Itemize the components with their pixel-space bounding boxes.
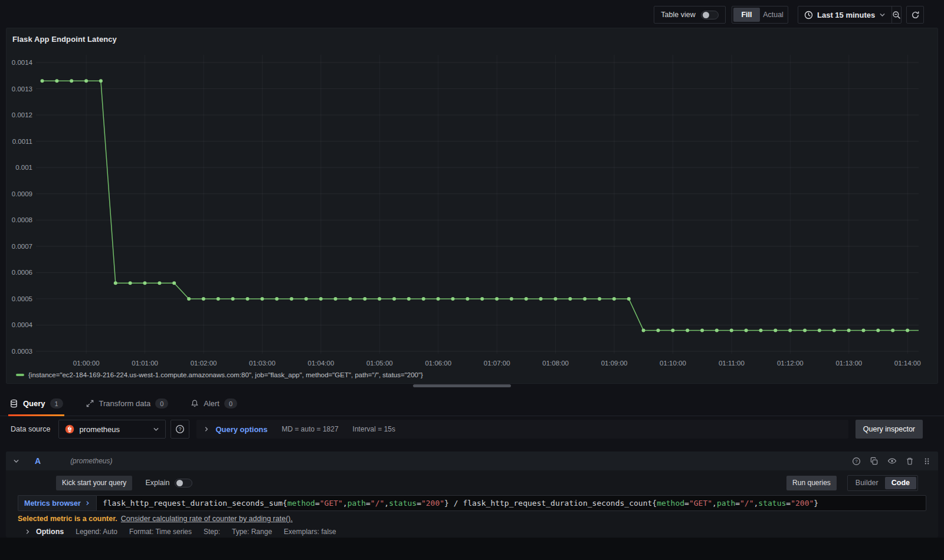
options-label[interactable]: Options — [36, 528, 64, 536]
warning-message: Selected metric is a counter. — [18, 515, 117, 523]
code-option[interactable]: Code — [885, 477, 916, 489]
options-legend: Legend: Auto — [76, 528, 117, 536]
svg-text:01:08:00: 01:08:00 — [542, 360, 569, 367]
fill-option[interactable]: Fill — [733, 8, 760, 22]
datasource-help-button[interactable]: ? — [171, 420, 189, 439]
explain-toggle[interactable] — [175, 479, 192, 487]
duplicate-query-icon[interactable] — [870, 457, 879, 466]
chevron-down-icon — [153, 426, 159, 433]
datasource-row: Data source prometheus ? Query options M… — [6, 419, 938, 440]
svg-text:?: ? — [855, 459, 858, 464]
run-queries-button[interactable]: Run queries — [786, 476, 837, 490]
time-range-button[interactable]: Last 15 minutes — [798, 6, 891, 23]
legend-series-swatch — [16, 374, 24, 376]
chart-legend[interactable]: {instance="ec2-184-169-216-224.us-west-1… — [16, 371, 423, 378]
builder-option[interactable]: Builder — [849, 477, 885, 489]
svg-text:0.0006: 0.0006 — [12, 269, 32, 276]
chevron-right-icon[interactable] — [25, 529, 31, 535]
kick-start-query-button[interactable]: Kick start your query — [56, 476, 132, 490]
query-toolbar-row: Kick start your query Explain Run querie… — [18, 475, 926, 491]
top-toolbar: Table view Fill Actual Last 15 minutes — [0, 0, 944, 28]
drag-handle-icon[interactable] — [923, 457, 931, 466]
table-view-label: Table view — [661, 11, 695, 19]
query-options-section: Query options MD = auto = 1827 Interval … — [196, 420, 848, 439]
chevron-right-icon — [204, 426, 209, 432]
svg-text:01:06:00: 01:06:00 — [425, 360, 451, 367]
bottom-strip — [0, 538, 944, 560]
query-inspector-button[interactable]: Query inspector — [856, 420, 923, 439]
options-format: Format: Time series — [129, 528, 192, 536]
fill-actual-switch: Fill Actual — [732, 6, 788, 24]
svg-text:01:01:00: 01:01:00 — [132, 360, 158, 367]
explain-label: Explain — [145, 479, 169, 487]
tab-query[interactable]: Query 1 — [8, 391, 64, 416]
clock-icon — [804, 11, 813, 19]
svg-text:01:07:00: 01:07:00 — [484, 360, 510, 367]
counter-warning-row: Selected metric is a counter. Consider c… — [18, 515, 926, 523]
tab-alert[interactable]: Alert 0 — [189, 391, 238, 416]
horizontal-scrollbar-thumb[interactable] — [413, 384, 511, 387]
time-range-picker: Last 15 minutes — [798, 6, 902, 24]
svg-text:01:04:00: 01:04:00 — [308, 360, 335, 367]
metrics-browser-button[interactable]: Metrics browser — [18, 495, 96, 511]
chart-panel: Flask App Endpoint Latency 0.00140.00130… — [6, 28, 938, 384]
latency-chart[interactable]: 0.00140.00130.00120.00110.0010.00090.000… — [6, 28, 938, 370]
tab-query-label: Query — [23, 399, 45, 408]
svg-text:01:14:00: 01:14:00 — [894, 360, 921, 367]
svg-text:0.0007: 0.0007 — [12, 243, 32, 250]
svg-text:0.0003: 0.0003 — [12, 348, 32, 355]
query-expression[interactable]: flask_http_request_duration_seconds_sum{… — [96, 495, 926, 511]
svg-text:?: ? — [179, 426, 182, 432]
bell-icon — [191, 399, 199, 408]
query-options-button[interactable]: Query options — [215, 425, 267, 434]
query-options-collapsed-row: Options Legend: Auto Format: Time series… — [18, 528, 926, 536]
svg-text:0.0012: 0.0012 — [12, 111, 32, 118]
tab-transform-data[interactable]: Transform data 0 — [84, 391, 170, 416]
svg-text:01:02:00: 01:02:00 — [191, 360, 217, 367]
query-ref-id[interactable]: A — [35, 456, 41, 466]
warning-hint-link[interactable]: Consider calculating rate of counter by … — [121, 515, 293, 523]
datasource-label: Data source — [11, 425, 50, 433]
tab-transform-badge: 0 — [155, 398, 168, 409]
svg-text:01:11:00: 01:11:00 — [719, 360, 745, 367]
zoom-out-time-button[interactable] — [891, 6, 901, 23]
options-step: Step: — [204, 528, 220, 536]
query-toolbar-right: Run queries Builder Code — [786, 475, 926, 491]
actual-option[interactable]: Actual — [760, 8, 786, 22]
query-editor-body: Kick start your query Explain Run querie… — [6, 470, 938, 538]
max-data-points-value: MD = auto = 1827 — [282, 425, 339, 433]
query-datasource-hint: (prometheus) — [70, 457, 112, 465]
metrics-browser-label: Metrics browser — [24, 499, 81, 508]
builder-code-switch: Builder Code — [847, 475, 918, 491]
datasource-picker[interactable]: prometheus — [58, 420, 166, 439]
svg-text:0.0009: 0.0009 — [12, 190, 32, 197]
table-view-toggle[interactable] — [701, 11, 719, 19]
delete-query-icon[interactable] — [906, 457, 914, 466]
explain-control: Explain — [145, 479, 192, 487]
tab-alert-badge: 0 — [224, 398, 237, 409]
refresh-icon — [911, 11, 920, 19]
svg-text:01:05:00: 01:05:00 — [366, 360, 393, 367]
query-row-header: A (prometheus) ? — [6, 452, 938, 470]
collapse-chevron-icon[interactable] — [13, 458, 19, 465]
zoom-out-icon — [892, 11, 901, 19]
svg-text:0.0005: 0.0005 — [12, 295, 32, 302]
svg-text:0.0014: 0.0014 — [12, 59, 33, 66]
tab-alert-label: Alert — [204, 399, 219, 408]
table-view-control: Table view — [654, 6, 726, 24]
interval-value: Interval = 15s — [353, 425, 395, 433]
legend-series-label: {instance="ec2-184-169-216-224.us-west-1… — [28, 371, 423, 378]
editor-tabbar: Query 1 Transform data 0 Alert 0 — [0, 391, 944, 416]
svg-text:0.0011: 0.0011 — [12, 138, 32, 145]
grafana-panel-editor: Table view Fill Actual Last 15 minutes — [0, 0, 944, 560]
svg-text:01:03:00: 01:03:00 — [249, 360, 276, 367]
query-field-row: Metrics browser flask_http_request_durat… — [18, 495, 926, 511]
refresh-button[interactable] — [906, 6, 924, 24]
query-help-icon[interactable]: ? — [852, 457, 861, 466]
time-range-label: Last 15 minutes — [817, 11, 875, 19]
svg-text:01:13:00: 01:13:00 — [835, 360, 862, 367]
options-exemplars: Exemplars: false — [284, 528, 336, 536]
query-row-actions: ? — [852, 456, 931, 466]
toggle-visibility-icon[interactable] — [887, 456, 897, 466]
chevron-right-icon — [85, 500, 90, 506]
